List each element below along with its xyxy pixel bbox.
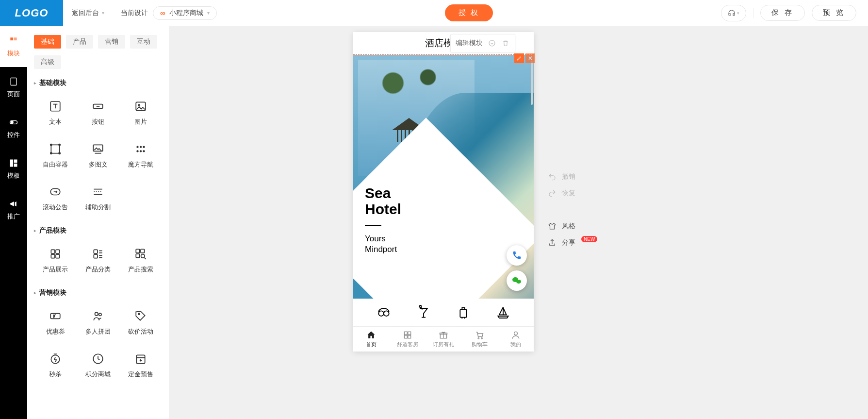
section-product[interactable]: ▸产品模块 — [34, 226, 162, 235]
comp-button[interactable]: 按钮 — [77, 94, 119, 131]
comp-notice[interactable]: 滚动公告 — [34, 180, 77, 217]
tab-booking[interactable]: 订房有礼 — [426, 327, 461, 352]
comp-group-buy[interactable]: 多人拼团 — [77, 304, 119, 341]
comp-label: 产品搜索 — [128, 265, 153, 274]
left-rail: 模块 页面 控件 模板 推广 — [0, 26, 27, 419]
comp-divider[interactable]: 辅助分割 — [77, 180, 119, 217]
float-phone-button[interactable] — [507, 245, 527, 266]
svg-rect-30 — [51, 250, 55, 253]
comp-label: 自由容器 — [43, 160, 68, 169]
comp-points-mall[interactable]: 积分商城 — [77, 347, 119, 384]
section-marketing[interactable]: ▸营销模块 — [34, 288, 162, 297]
redo-button[interactable]: 恢复 — [547, 188, 597, 198]
share-icon — [547, 238, 557, 248]
rail-pages[interactable]: 页面 — [0, 67, 27, 108]
coupon-icon — [48, 309, 63, 323]
comp-product-category[interactable]: 产品分类 — [77, 242, 119, 279]
svg-rect-0 — [10, 37, 13, 40]
triangle-icon: ▸ — [34, 81, 36, 85]
logo[interactable]: LOGO — [0, 0, 63, 26]
right-tools: 撤销 恢复 风格 分享NEW — [547, 172, 597, 248]
comp-label: 优惠券 — [46, 327, 65, 336]
phone-body[interactable]: Sea Hotel Yours Mindport — [353, 54, 534, 326]
comp-flash-sale[interactable]: 秒杀 — [34, 347, 77, 384]
svg-rect-2 — [11, 78, 16, 85]
rail-promote[interactable]: 推广 — [0, 189, 27, 230]
svg-point-43 — [141, 254, 145, 258]
topbar: LOGO 返回后台 ▾ 当前设计 ∞ 小程序商城 ▾ 授 权 ▾ 保 存 预 览 — [0, 0, 868, 26]
goggles-icon — [376, 304, 392, 320]
comp-container[interactable]: 自由容器 — [34, 137, 77, 174]
svg-point-21 — [140, 146, 142, 148]
save-button[interactable]: 保 存 — [760, 5, 805, 21]
style-button[interactable]: 风格 — [547, 221, 597, 231]
tab-advanced[interactable]: 高级 — [34, 55, 61, 69]
authorize-button[interactable]: 授 权 — [445, 4, 493, 21]
edit-icon[interactable] — [514, 53, 524, 63]
phone-icon — [511, 250, 522, 261]
svg-point-47 — [99, 313, 101, 316]
phone-scrollbar[interactable] — [531, 61, 533, 105]
section-title: 营销模块 — [39, 288, 66, 297]
comp-label: 辅助分割 — [85, 203, 111, 212]
tab-marketing[interactable]: 营销 — [98, 35, 125, 49]
comp-text[interactable]: 文本 — [34, 94, 77, 131]
tab-home[interactable]: 首页 — [353, 327, 389, 352]
close-icon[interactable]: ✕ — [525, 53, 535, 63]
hero-sub-2: Mindport — [365, 244, 401, 255]
trash-icon[interactable] — [501, 39, 510, 48]
tab-cart[interactable]: 购物车 — [461, 327, 497, 352]
home-icon — [366, 330, 376, 340]
tab-rooms[interactable]: 舒适客房 — [389, 327, 425, 352]
support-button[interactable]: ▾ — [721, 5, 746, 21]
design-value: 小程序商城 — [169, 9, 203, 17]
design-selector[interactable]: ∞ 小程序商城 ▾ — [153, 6, 217, 20]
svg-point-24 — [140, 150, 142, 152]
comp-product-display[interactable]: 产品展示 — [34, 242, 77, 279]
svg-point-14 — [50, 144, 52, 146]
wechat-icon — [511, 275, 523, 286]
comp-grid-nav[interactable]: 魔方导航 — [119, 137, 162, 174]
comp-product-search[interactable]: 产品搜索 — [119, 242, 162, 279]
layout-icon — [8, 158, 19, 168]
svg-point-23 — [136, 150, 138, 152]
rail-templates[interactable]: 模板 — [0, 149, 27, 189]
chevron-down-circle-icon[interactable] — [488, 39, 496, 48]
comp-grid-marketing: 优惠券 多人拼团 砍价活动 秒杀 积分商城 定金预售 — [34, 304, 162, 384]
rail-widgets[interactable]: 控件 — [0, 108, 27, 149]
float-wechat-button[interactable] — [507, 270, 527, 291]
comp-label: 产品展示 — [43, 265, 68, 274]
hero-title-1: Sea — [365, 185, 401, 201]
share-button[interactable]: 分享NEW — [547, 238, 597, 248]
svg-point-57 — [384, 311, 389, 316]
tab-basic[interactable]: 基础 — [34, 35, 61, 49]
canvas[interactable]: 编辑模块 ✕ 酒店模板 Sea Hotel Y — [169, 26, 868, 419]
tab-mine[interactable]: 我的 — [498, 327, 534, 352]
section-title: 产品模块 — [39, 226, 66, 235]
comp-label: 图片 — [134, 117, 147, 126]
section-basic[interactable]: ▸基础模块 — [34, 79, 162, 87]
selection-handles[interactable]: ✕ — [514, 53, 535, 63]
tab-product[interactable]: 产品 — [66, 35, 93, 49]
svg-rect-42 — [136, 254, 140, 258]
comp-gallery[interactable]: 多图文 — [77, 137, 119, 174]
comp-label: 按钮 — [92, 117, 104, 126]
megaphone-icon — [8, 199, 19, 209]
undo-button[interactable]: 撤销 — [547, 172, 597, 182]
tab-interactive[interactable]: 互动 — [130, 35, 157, 49]
module-toolbar-label[interactable]: 编辑模块 — [456, 39, 483, 48]
rail-modules[interactable]: 模块 — [0, 26, 27, 67]
comp-coupon[interactable]: 优惠券 — [34, 304, 77, 341]
comp-presale[interactable]: 定金预售 — [119, 347, 162, 384]
triangle-icon: ▸ — [34, 290, 36, 295]
preview-button[interactable]: 预 览 — [812, 5, 856, 21]
comp-bargain[interactable]: 砍价活动 — [119, 304, 162, 341]
tab-label: 订房有礼 — [433, 341, 454, 348]
comp-image[interactable]: 图片 — [119, 94, 162, 131]
cocktail-icon — [416, 304, 431, 320]
main: 模块 页面 控件 模板 推广 基础 产品 营销 互动 高级 ▸基础 — [0, 26, 868, 419]
comp-label: 积分商城 — [85, 370, 111, 379]
back-button[interactable]: 返回后台 ▾ — [63, 0, 113, 26]
topbar-right: ▾ 保 存 预 览 — [721, 5, 868, 21]
tab-label: 我的 — [510, 341, 521, 348]
